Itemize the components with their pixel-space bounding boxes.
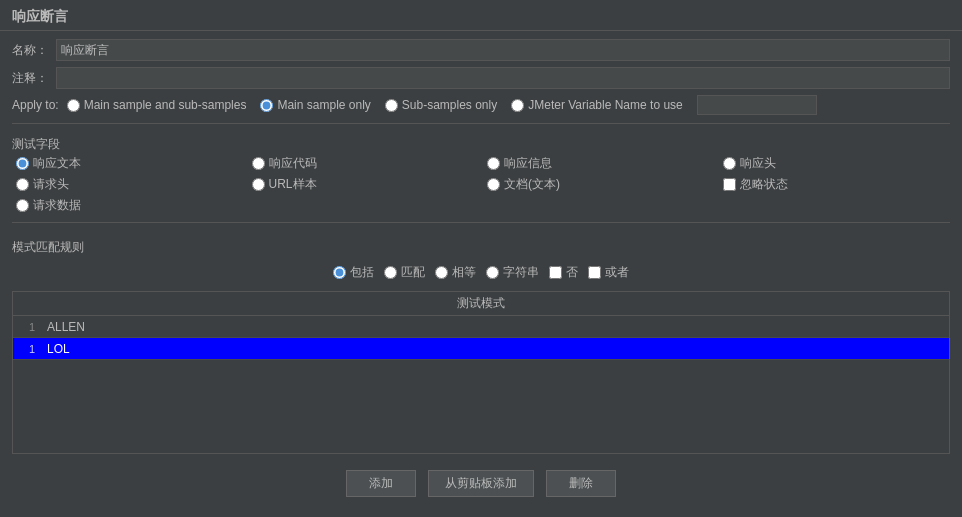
row-num-2: 1 xyxy=(13,343,43,355)
field-url-sample[interactable]: URL样本 xyxy=(252,176,480,193)
comment-row: 注释： xyxy=(12,67,950,89)
field-doc-text-radio[interactable] xyxy=(487,178,500,191)
field-response-header-label: 响应头 xyxy=(740,155,776,172)
jmeter-var-input[interactable] xyxy=(697,95,817,115)
field-response-info-radio[interactable] xyxy=(487,157,500,170)
field-response-header[interactable]: 响应头 xyxy=(723,155,951,172)
pattern-match-label: 模式匹配规则 xyxy=(12,239,950,256)
test-fields-label: 测试字段 xyxy=(12,136,950,153)
field-response-code-radio[interactable] xyxy=(252,157,265,170)
field-request-header-label: 请求头 xyxy=(33,176,69,193)
test-mode-header: 测试模式 xyxy=(13,292,949,316)
name-label: 名称： xyxy=(12,42,48,59)
match-not-label: 否 xyxy=(566,264,578,281)
match-or[interactable]: 或者 xyxy=(588,264,629,281)
apply-sub-only-label: Sub-samples only xyxy=(402,98,497,112)
field-request-data[interactable]: 请求数据 xyxy=(16,197,244,214)
apply-main-and-sub[interactable]: Main sample and sub-samples xyxy=(67,98,247,112)
match-exact-radio[interactable] xyxy=(384,266,397,279)
form-area: 名称： 注释： Apply to: Main sample and sub-sa… xyxy=(0,31,962,517)
main-container: 响应断言 名称： 注释： Apply to: Main sample and s… xyxy=(0,0,962,517)
match-or-label: 或者 xyxy=(605,264,629,281)
field-ignore-status-checkbox[interactable] xyxy=(723,178,736,191)
add-button[interactable]: 添加 xyxy=(346,470,416,497)
apply-main-only[interactable]: Main sample only xyxy=(260,98,370,112)
title-bar: 响应断言 xyxy=(0,0,962,31)
field-response-code[interactable]: 响应代码 xyxy=(252,155,480,172)
match-equal-radio[interactable] xyxy=(435,266,448,279)
match-exact-label: 匹配 xyxy=(401,264,425,281)
table-area[interactable]: 1 ALLEN 1 LOL xyxy=(13,316,949,453)
match-string-radio[interactable] xyxy=(486,266,499,279)
match-equal-label: 相等 xyxy=(452,264,476,281)
match-not[interactable]: 否 xyxy=(549,264,578,281)
field-request-data-label: 请求数据 xyxy=(33,197,81,214)
apply-jmeter-var-label: JMeter Variable Name to use xyxy=(528,98,683,112)
apply-jmeter-var-radio[interactable] xyxy=(511,99,524,112)
table-row[interactable]: 1 ALLEN xyxy=(13,316,949,338)
apply-to-row: Apply to: Main sample and sub-samples Ma… xyxy=(12,95,950,115)
field-url-sample-radio[interactable] xyxy=(252,178,265,191)
table-row[interactable]: 1 LOL xyxy=(13,338,949,360)
field-request-header[interactable]: 请求头 xyxy=(16,176,244,193)
button-row: 添加 从剪贴板添加 删除 xyxy=(12,460,950,509)
apply-main-only-label: Main sample only xyxy=(277,98,370,112)
apply-jmeter-var[interactable]: JMeter Variable Name to use xyxy=(511,98,683,112)
test-fields-grid: 响应文本 响应代码 响应信息 响应头 请求头 xyxy=(12,155,950,214)
match-equal[interactable]: 相等 xyxy=(435,264,476,281)
row-content-2: LOL xyxy=(43,342,949,356)
pattern-match-controls: 包括 匹配 相等 字符串 否 xyxy=(12,260,950,285)
match-include-radio[interactable] xyxy=(333,266,346,279)
add-from-clipboard-button[interactable]: 从剪贴板添加 xyxy=(428,470,534,497)
apply-main-and-sub-radio[interactable] xyxy=(67,99,80,112)
field-request-data-radio[interactable] xyxy=(16,199,29,212)
field-ignore-status-label: 忽略状态 xyxy=(740,176,788,193)
comment-input[interactable] xyxy=(56,67,950,89)
apply-main-and-sub-label: Main sample and sub-samples xyxy=(84,98,247,112)
field-response-info-label: 响应信息 xyxy=(504,155,552,172)
apply-to-label: Apply to: xyxy=(12,98,59,112)
match-not-checkbox[interactable] xyxy=(549,266,562,279)
match-include[interactable]: 包括 xyxy=(333,264,374,281)
page-title: 响应断言 xyxy=(12,8,68,24)
apply-sub-only-radio[interactable] xyxy=(385,99,398,112)
field-response-code-label: 响应代码 xyxy=(269,155,317,172)
name-row: 名称： xyxy=(12,39,950,61)
row-content-1: ALLEN xyxy=(43,320,949,334)
name-input[interactable] xyxy=(56,39,950,61)
match-string[interactable]: 字符串 xyxy=(486,264,539,281)
field-request-header-radio[interactable] xyxy=(16,178,29,191)
pattern-match-section: 模式匹配规则 包括 匹配 相等 字符串 xyxy=(12,235,950,285)
test-fields-section: 测试字段 响应文本 响应代码 响应信息 响应头 xyxy=(12,132,950,214)
field-response-text-label: 响应文本 xyxy=(33,155,81,172)
row-num-1: 1 xyxy=(13,321,43,333)
match-include-label: 包括 xyxy=(350,264,374,281)
divider-1 xyxy=(12,123,950,124)
field-url-sample-label: URL样本 xyxy=(269,176,317,193)
comment-label: 注释： xyxy=(12,70,48,87)
apply-to-radio-group: Main sample and sub-samples Main sample … xyxy=(67,95,817,115)
divider-2 xyxy=(12,222,950,223)
field-response-header-radio[interactable] xyxy=(723,157,736,170)
field-response-text-radio[interactable] xyxy=(16,157,29,170)
field-response-info[interactable]: 响应信息 xyxy=(487,155,715,172)
match-exact[interactable]: 匹配 xyxy=(384,264,425,281)
apply-sub-only[interactable]: Sub-samples only xyxy=(385,98,497,112)
match-string-label: 字符串 xyxy=(503,264,539,281)
match-or-checkbox[interactable] xyxy=(588,266,601,279)
apply-main-only-radio[interactable] xyxy=(260,99,273,112)
field-doc-text-label: 文档(文本) xyxy=(504,176,560,193)
field-response-text[interactable]: 响应文本 xyxy=(16,155,244,172)
delete-button[interactable]: 删除 xyxy=(546,470,616,497)
test-mode-section: 测试模式 1 ALLEN 1 LOL xyxy=(12,291,950,454)
field-doc-text[interactable]: 文档(文本) xyxy=(487,176,715,193)
field-ignore-status[interactable]: 忽略状态 xyxy=(723,176,951,193)
